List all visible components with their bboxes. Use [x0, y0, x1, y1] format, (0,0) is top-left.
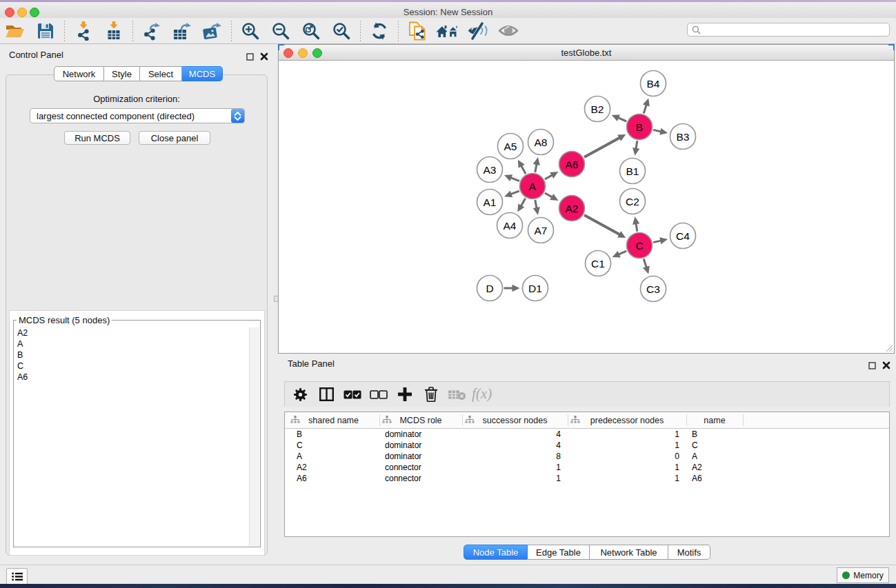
tab-node-table[interactable]: Node Table [464, 545, 528, 560]
export-network-button[interactable] [137, 19, 167, 43]
zoom-fit-button[interactable] [296, 19, 326, 43]
column-header-name[interactable]: name [686, 412, 743, 428]
optimization-criterion-dropdown[interactable]: largest connected component (directed) [30, 108, 245, 123]
tab-select[interactable]: Select [140, 66, 182, 81]
cell-name[interactable]: B [692, 429, 743, 440]
cell-name[interactable]: A2 [692, 462, 743, 473]
tab-style[interactable]: Style [104, 66, 140, 81]
hide-selected-button[interactable] [463, 19, 493, 43]
cell-MCDS-role[interactable]: dominator [385, 451, 462, 462]
edge-A-A1[interactable] [511, 191, 519, 194]
edge-A-A2[interactable] [545, 193, 552, 197]
search-input[interactable] [701, 24, 889, 35]
table-panel-float-button[interactable] [868, 360, 876, 372]
add-column-button[interactable] [392, 384, 418, 405]
mcds-result-list[interactable]: A2ABCA6 [14, 327, 250, 546]
control-panel-float-button[interactable] [246, 51, 254, 63]
edge-B-B3[interactable] [653, 130, 661, 132]
refresh-layout-button[interactable] [364, 19, 395, 43]
cell-successor-nodes[interactable]: 8 [462, 451, 561, 462]
run-mcds-button[interactable]: Run MCDS [64, 131, 130, 145]
cell-predecessor-nodes[interactable]: 1 [568, 462, 679, 473]
tab-mcds[interactable]: MCDS [182, 66, 223, 81]
edge-A-A3[interactable] [510, 178, 519, 181]
cell-shared-name[interactable]: A [297, 451, 379, 462]
close-panel-button[interactable]: Close panel [139, 131, 210, 145]
window-resize-grip[interactable] [886, 345, 893, 352]
cell-MCDS-role[interactable]: dominator [385, 429, 462, 440]
column-header-predecessor-nodes[interactable]: predecessor nodes [568, 412, 686, 428]
delete-table-button[interactable] [444, 384, 470, 405]
tab-network[interactable]: Network [54, 66, 104, 81]
edge-C-C3[interactable] [644, 259, 646, 268]
save-session-button[interactable] [30, 19, 61, 43]
edge-C-C4[interactable] [653, 241, 661, 243]
mcds-result-item[interactable]: A6 [14, 372, 250, 383]
import-network-button[interactable] [68, 19, 99, 43]
search-box[interactable] [687, 23, 890, 37]
cell-name[interactable]: C [692, 440, 743, 451]
mcds-result-item[interactable]: B [14, 349, 250, 361]
task-history-button[interactable] [6, 568, 28, 585]
tab-network-table[interactable]: Network Table [590, 545, 668, 560]
cell-shared-name[interactable]: C [297, 440, 379, 451]
cell-predecessor-nodes[interactable]: 1 [568, 440, 679, 451]
edge-B-B4[interactable] [644, 105, 646, 114]
cell-shared-name[interactable]: A2 [297, 462, 379, 473]
mcds-result-item[interactable]: A2 [14, 327, 250, 338]
select-all-button[interactable] [339, 384, 366, 405]
tab-edge-table[interactable]: Edge Table [528, 545, 590, 560]
zoom-out-button[interactable] [266, 19, 296, 43]
network-canvas[interactable]: AA1A2A3A4A5A6A7A8BB1B2B3B4CC1C2C3C4DD1 [279, 61, 894, 353]
duplicate-network-button[interactable] [402, 19, 432, 43]
cell-shared-name[interactable]: A6 [297, 473, 379, 484]
cell-MCDS-role[interactable]: connector [385, 462, 462, 473]
edge-A2-C[interactable] [584, 215, 620, 234]
table-settings-button[interactable] [287, 384, 313, 405]
import-table-button[interactable] [99, 19, 129, 43]
mcds-result-item[interactable]: C [14, 361, 250, 372]
edge-B-B1[interactable] [636, 141, 637, 149]
column-layout-button[interactable] [313, 384, 339, 405]
cell-name[interactable]: A [692, 451, 743, 462]
edge-C-C2[interactable] [636, 223, 637, 232]
edge-A-A5[interactable] [521, 166, 526, 174]
tab-motifs[interactable]: Motifs [668, 545, 710, 560]
cell-MCDS-role[interactable]: connector [385, 473, 462, 484]
mcds-result-item[interactable]: A [14, 338, 250, 349]
zoom-selected-button[interactable] [326, 19, 357, 43]
memory-indicator-button[interactable]: Memory [837, 567, 889, 583]
first-neighbors-button[interactable] [432, 19, 463, 43]
edge-A6-B[interactable] [584, 138, 620, 157]
result-list-scrollbar[interactable] [249, 327, 259, 546]
deselect-all-button[interactable] [366, 384, 392, 405]
edge-C-C1[interactable] [619, 251, 626, 254]
edge-A-A4[interactable] [521, 199, 525, 206]
cell-predecessor-nodes[interactable]: 1 [568, 429, 679, 440]
column-header-MCDS-role[interactable]: MCDS role [379, 412, 462, 428]
cell-successor-nodes[interactable]: 1 [462, 473, 561, 484]
edge-A-A7[interactable] [535, 200, 537, 208]
cell-name[interactable]: A6 [692, 473, 743, 484]
table-panel-close-button[interactable] [882, 360, 890, 372]
open-file-button[interactable] [0, 19, 30, 43]
export-table-button[interactable] [167, 19, 197, 43]
cell-MCDS-role[interactable]: dominator [385, 440, 462, 451]
zoom-in-button[interactable] [235, 19, 266, 43]
cell-successor-nodes[interactable]: 1 [462, 462, 561, 473]
delete-column-button[interactable] [418, 384, 444, 405]
cell-predecessor-nodes[interactable]: 0 [568, 451, 679, 462]
control-panel-close-button[interactable] [260, 51, 268, 63]
cell-predecessor-nodes[interactable]: 1 [568, 473, 679, 484]
function-builder-button[interactable]: f(x) [470, 384, 497, 405]
column-header-successor-nodes[interactable]: successor nodes [462, 412, 568, 428]
edge-B-B2[interactable] [618, 118, 626, 121]
show-all-button[interactable] [493, 19, 524, 43]
column-separator[interactable] [743, 414, 744, 426]
export-image-button[interactable] [197, 19, 228, 43]
cell-successor-nodes[interactable]: 4 [462, 429, 561, 440]
cell-successor-nodes[interactable]: 4 [462, 440, 561, 451]
edge-A-A6[interactable] [545, 175, 552, 179]
cell-shared-name[interactable]: B [297, 429, 379, 440]
column-header-shared-name[interactable]: shared name [288, 412, 379, 428]
